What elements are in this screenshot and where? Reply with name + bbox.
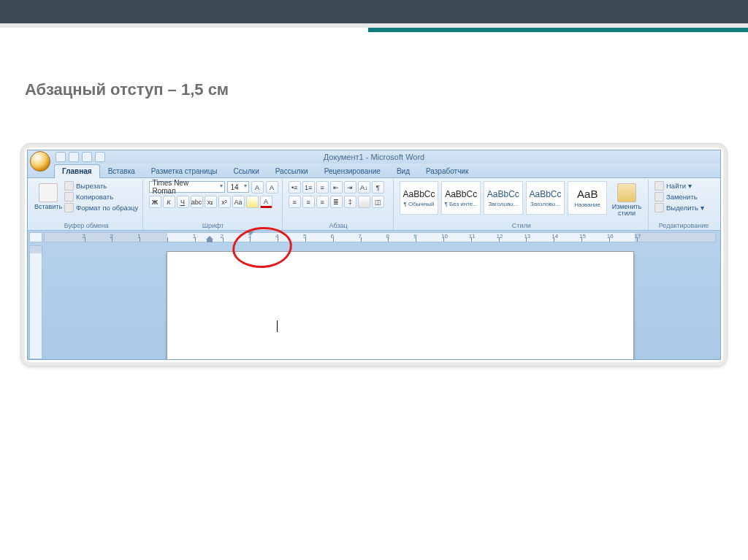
screenshot-card: Документ1 - Microsoft Word Главная Встав… (20, 143, 728, 367)
style-preview: АаВ (577, 188, 598, 200)
ribbon-tabs: Главная Вставка Разметка страницы Ссылки… (28, 164, 720, 178)
paste-label: Вставить (34, 204, 62, 210)
style-preview: AaBbCc (529, 189, 561, 199)
horizontal-ruler[interactable]: 3211234567891011121314151617 (44, 232, 716, 242)
tab-mailings[interactable]: Рассылки (267, 164, 316, 178)
show-marks-button[interactable]: ¶ (372, 181, 384, 193)
style-preview: AaBbCc (487, 189, 519, 199)
qat-more-icon[interactable] (95, 152, 105, 162)
select-icon (654, 203, 664, 212)
tab-insert[interactable]: Вставка (100, 164, 143, 178)
change-styles-button[interactable]: Изменить стили (610, 181, 644, 220)
ruler-tick-label: 12 (497, 233, 503, 239)
sort-button[interactable]: A↓ (358, 181, 370, 193)
style-heading2[interactable]: AaBbCcЗаголово... (526, 181, 565, 215)
office-button[interactable] (30, 151, 50, 172)
ruler-tick-label: 13 (524, 233, 530, 239)
replace-button[interactable]: Заменить (654, 192, 704, 202)
borders-button[interactable]: ◫ (372, 196, 384, 208)
strikethrough-button[interactable]: abc (191, 196, 203, 208)
tab-view[interactable]: Вид (389, 164, 418, 178)
select-label: Выделить (666, 204, 698, 212)
superscript-button[interactable]: x² (218, 196, 231, 208)
ruler-tick-label: 17 (635, 233, 641, 239)
qat-redo-icon[interactable] (82, 152, 92, 162)
group-paragraph-label: Абзац (289, 221, 389, 229)
shrink-font-button[interactable]: A (266, 181, 278, 193)
font-name-combo[interactable]: Times New Roman (149, 181, 225, 193)
slide-header-bar (0, 0, 748, 28)
highlight-button[interactable] (246, 196, 259, 208)
text-caret (277, 321, 278, 332)
replace-icon (654, 192, 664, 202)
font-name-value: Times New Roman (153, 179, 214, 195)
font-size-combo[interactable]: 14 (227, 181, 249, 193)
align-right-button[interactable]: ≡ (316, 196, 329, 208)
ruler-tick-label: 15 (579, 233, 586, 239)
tab-page-layout[interactable]: Разметка страницы (143, 164, 226, 178)
underline-button[interactable]: Ч (177, 196, 189, 208)
style-normal[interactable]: AaBbCc¶ Обычный (400, 181, 439, 215)
justify-button[interactable]: ≣ (330, 196, 343, 208)
italic-button[interactable]: К (163, 196, 175, 208)
qat-save-icon[interactable] (56, 152, 66, 162)
decrease-indent-button[interactable]: ⇤ (330, 181, 343, 193)
window-title: Документ1 - Microsoft Word (28, 153, 720, 161)
find-button[interactable]: Найти ▾ (654, 181, 704, 191)
style-title[interactable]: АаВНазвание (568, 181, 607, 215)
font-color-button[interactable]: A (260, 196, 272, 208)
slide-title: Абзацный отступ – 1,5 см (25, 80, 229, 99)
tab-developer[interactable]: Разработчик (418, 164, 476, 178)
copy-button[interactable]: Копировать (64, 192, 138, 202)
cut-button[interactable]: Вырезать (64, 181, 138, 191)
subscript-button[interactable]: x₂ (205, 196, 217, 208)
tab-home[interactable]: Главная (54, 164, 100, 178)
group-editing: Найти ▾ Заменить Выделить ▾ Редактирован… (650, 180, 717, 230)
grow-font-button[interactable]: A (251, 181, 264, 193)
ruler-tick-label: 14 (552, 233, 558, 239)
group-styles: AaBbCc¶ Обычный AaBbCc¶ Без инте... AaBb… (395, 180, 649, 230)
group-editing-label: Редактирование (654, 221, 713, 229)
group-font-label: Шрифт (149, 221, 278, 229)
title-bar: Документ1 - Microsoft Word (28, 150, 720, 164)
brush-icon (64, 203, 74, 212)
change-case-button[interactable]: Aa (232, 196, 245, 208)
numbering-button[interactable]: 1≡ (302, 181, 315, 193)
shading-button[interactable] (358, 196, 370, 208)
tab-references[interactable]: Ссылки (226, 164, 267, 178)
ruler-tick-label: 10 (441, 233, 448, 239)
ruler-tick-label: 16 (607, 233, 614, 239)
style-preview: AaBbCc (402, 189, 435, 199)
group-clipboard-label: Буфер обмена (35, 221, 138, 229)
cut-label: Вырезать (76, 182, 107, 190)
bullets-button[interactable]: •≡ (289, 181, 301, 193)
copy-label: Копировать (76, 193, 113, 201)
vertical-ruler[interactable] (29, 245, 42, 359)
qat-undo-icon[interactable] (69, 152, 79, 162)
increase-indent-button[interactable]: ⇥ (344, 181, 356, 193)
font-size-value: 14 (231, 183, 239, 191)
select-button[interactable]: Выделить ▾ (654, 203, 704, 212)
document-page[interactable] (167, 251, 634, 359)
tab-review[interactable]: Рецензирование (316, 164, 389, 178)
format-painter-button[interactable]: Формат по образцу (64, 203, 138, 212)
align-center-button[interactable]: ≡ (302, 196, 315, 208)
bold-button[interactable]: Ж (149, 196, 161, 208)
ruler-corner[interactable] (29, 232, 42, 242)
quick-access-toolbar (56, 152, 105, 162)
style-label: Заголово... (530, 201, 560, 207)
paste-icon (39, 183, 58, 202)
paste-button[interactable]: Вставить (35, 181, 61, 212)
change-styles-icon (617, 183, 636, 202)
find-icon (654, 181, 664, 191)
line-spacing-button[interactable]: ‡ (344, 196, 356, 208)
multilevel-list-button[interactable]: ≡ (316, 181, 329, 193)
align-left-button[interactable]: ≡ (289, 196, 301, 208)
find-label: Найти (666, 182, 686, 190)
style-no-spacing[interactable]: AaBbCc¶ Без инте... (441, 181, 481, 215)
style-heading1[interactable]: AaBbCcЗаголово... (484, 181, 523, 215)
ribbon: Вставить Вырезать Копировать Формат по о… (28, 178, 720, 231)
style-preview: AaBbCc (445, 189, 477, 199)
style-label: Название (574, 202, 600, 208)
group-font: Times New Roman 14 A A Ж К Ч abc x₂ x² A… (145, 180, 283, 230)
